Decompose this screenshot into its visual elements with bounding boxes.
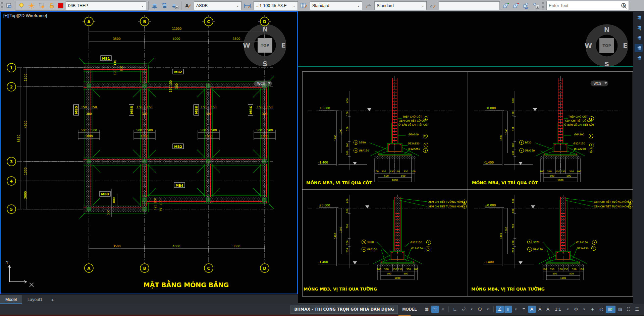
layer-on-button[interactable] <box>16 1 26 10</box>
crosshair-cursor <box>30 283 34 287</box>
new-layout-button[interactable]: + <box>48 295 58 304</box>
annotation-visibility-button[interactable]: A <box>528 306 536 313</box>
svg-text:3500: 3500 <box>233 245 240 248</box>
layer-viewport-freeze-button[interactable] <box>37 1 47 10</box>
snap-chevron[interactable]: ▼ <box>439 307 446 311</box>
layer-states-button[interactable] <box>150 1 160 10</box>
viewport-controls[interactable]: [+][Top][2D Wireframe] <box>3 13 47 18</box>
group-manager-button[interactable] <box>531 1 541 10</box>
compass-e: E <box>623 42 628 50</box>
left-viewport[interactable]: [+][Top][2D Wireframe] 150 150 300 500 5… <box>0 11 298 294</box>
search-text-icon[interactable]: A <box>621 2 627 9</box>
dock-layer-match-button[interactable] <box>635 24 643 32</box>
unlock-icon <box>48 2 55 9</box>
text-style-dropdown[interactable]: ASDB ⌄ <box>194 1 241 10</box>
toolbar-grip[interactable] <box>542 2 544 10</box>
isodraft-button[interactable]: ⬡ <box>476 306 484 313</box>
details-canvas[interactable]: ±0.000 600 100 700 <box>298 12 633 303</box>
chevron-down-icon: ⌄ <box>236 4 239 7</box>
layer-previous-button[interactable] <box>160 1 170 10</box>
ucs-control[interactable]: WCS <box>254 81 272 86</box>
snap-mode-button[interactable]: ∷ <box>431 306 439 313</box>
dock-layer-freeze-button[interactable] <box>635 44 643 52</box>
tab-model[interactable]: Model <box>0 295 22 304</box>
tab-layout1[interactable]: Layout1 <box>22 295 48 304</box>
group-ungroup-button[interactable] <box>511 1 521 10</box>
svg-text:D: D <box>263 19 266 24</box>
scale-value-button[interactable]: 1:1 <box>552 306 564 313</box>
model-space-button[interactable]: MODEL <box>400 307 419 312</box>
svg-text:1000: 1000 <box>112 197 116 205</box>
workspace-gear-button[interactable]: ⚙ <box>572 306 580 313</box>
autoscale-button[interactable]: A <box>536 306 544 313</box>
ucs-control[interactable]: WCS <box>591 81 608 86</box>
svg-text:4650: 4650 <box>24 120 27 128</box>
clean-screen-image-button[interactable]: ▨ <box>616 306 624 313</box>
customization-plus-button[interactable]: ＋ <box>588 306 597 313</box>
svg-text:150: 150 <box>169 80 172 86</box>
empty-dropdown[interactable] <box>439 1 500 10</box>
detail-title-4: MÓNG MB4, VỊ TRÍ QUA TƯỜNG <box>471 287 545 292</box>
scale-chevron[interactable]: ▼ <box>565 307 572 311</box>
ortho-button[interactable]: ∟ <box>451 306 459 313</box>
grid-bubbles: A B C D A B C D 1 2 3 4 5 <box>7 15 271 272</box>
compass-w: W <box>243 41 250 49</box>
object-snap-button[interactable]: ▯ <box>504 306 512 313</box>
mleader-edit-button[interactable] <box>428 1 438 10</box>
layer-color-swatch[interactable] <box>58 3 63 8</box>
svg-text:4000: 4000 <box>173 245 180 248</box>
annotation-scale-button[interactable]: A <box>544 306 552 313</box>
dim-style-value: ...1-100-45-A3.E <box>256 3 287 8</box>
workspace-chevron[interactable]: ▼ <box>581 307 588 311</box>
toolbar-grip[interactable] <box>1 2 3 10</box>
status-menu-button[interactable]: ☰ <box>633 306 641 313</box>
dock-layer-off-button[interactable] <box>635 54 643 62</box>
table-icon <box>300 2 308 9</box>
polar-tracking-button[interactable]: ⤾ <box>460 306 468 313</box>
polar-chevron[interactable]: ▼ <box>468 307 475 311</box>
layer-stack-list-icon <box>171 2 178 9</box>
dock-layer-isolate-button[interactable] <box>635 34 643 42</box>
isodraft-chevron[interactable]: ▼ <box>484 307 491 311</box>
sun-icon <box>28 2 35 9</box>
layer-freeze-button[interactable] <box>26 1 37 10</box>
svg-text:1000: 1000 <box>159 197 163 205</box>
osnap-chevron[interactable]: ▼ <box>513 307 520 311</box>
navigation-compass[interactable]: N W E S TOP <box>585 24 628 68</box>
grid-display-button[interactable]: ▦ <box>423 306 431 313</box>
mleader-button[interactable] <box>363 1 373 10</box>
text-search-box: A <box>546 1 629 10</box>
fullscreen-button[interactable]: ⛶ <box>625 306 632 313</box>
compass-n: N <box>262 25 268 33</box>
svg-text:A: A <box>623 4 625 7</box>
svg-text:75: 75 <box>159 208 163 211</box>
right-viewport[interactable]: ±0.000 600 100 700 <box>298 12 633 304</box>
navigation-compass[interactable]: N W E S TOP <box>243 24 286 68</box>
group-edit-button[interactable] <box>521 1 531 10</box>
graphics-performance-button[interactable]: ▥✔ <box>606 306 615 313</box>
isolate-objects-button[interactable]: ◎ <box>597 306 605 313</box>
osnap-tracking-button[interactable]: ∠ <box>496 306 504 313</box>
svg-text:8850: 8850 <box>17 134 20 142</box>
layer-dropdown[interactable]: 06B-THEP ⌄ <box>66 1 146 10</box>
lineweight-button[interactable]: ≡ <box>520 306 528 313</box>
svg-text:MB6: MB6 <box>195 106 198 114</box>
table-style-dropdown[interactable]: Standard ⌄ <box>310 1 362 10</box>
svg-text:3500: 3500 <box>113 245 121 248</box>
dim-style-button[interactable] <box>243 1 253 10</box>
search-input[interactable] <box>548 3 621 8</box>
group-create-button[interactable] <box>501 1 511 10</box>
layers-panel-icon <box>6 2 12 9</box>
mleader-style-dropdown[interactable]: Standard ⌄ <box>374 1 427 10</box>
text-style-button[interactable]: A <box>183 1 193 10</box>
plan-canvas[interactable]: 150 150 300 500 500 1000 <box>1 12 297 294</box>
svg-text:MB2: MB2 <box>174 70 182 74</box>
layer-manage-button[interactable] <box>170 1 180 10</box>
layer-lock-button[interactable] <box>47 1 57 10</box>
svg-text:4000: 4000 <box>173 37 180 41</box>
table-style-button[interactable] <box>299 1 309 10</box>
dock-layer-walk-button[interactable] <box>635 14 643 22</box>
text-style-icon: A <box>184 2 192 9</box>
layer-properties-button[interactable] <box>4 1 14 10</box>
dim-style-dropdown[interactable]: ...1-100-45-A3.E ⌄ <box>254 1 298 10</box>
